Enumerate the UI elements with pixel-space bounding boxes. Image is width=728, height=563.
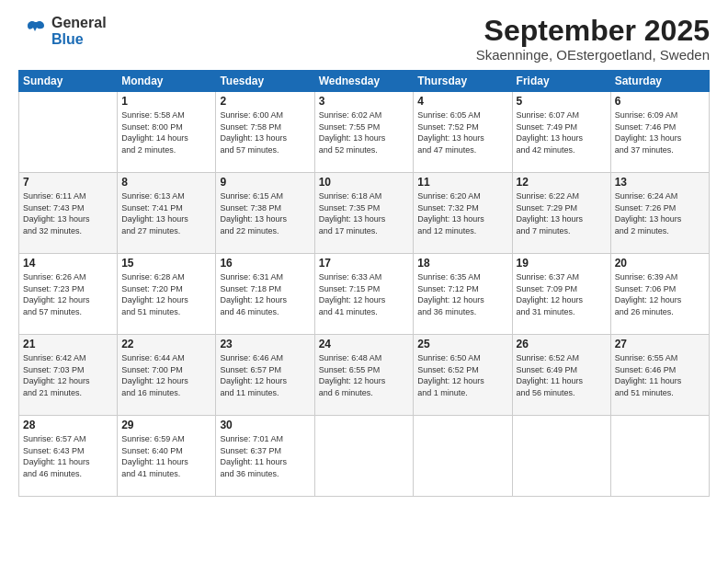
day-number: 9 <box>220 176 310 189</box>
day-info: Sunrise: 6:05 AM Sunset: 7:52 PM Dayligh… <box>417 109 507 155</box>
week-row-1: 1Sunrise: 5:58 AM Sunset: 8:00 PM Daylig… <box>19 92 710 173</box>
day-info: Sunrise: 6:46 AM Sunset: 6:57 PM Dayligh… <box>220 352 310 398</box>
header-monday: Monday <box>118 71 216 92</box>
calendar-cell: 8Sunrise: 6:13 AM Sunset: 7:41 PM Daylig… <box>118 173 216 254</box>
week-row-2: 7Sunrise: 6:11 AM Sunset: 7:43 PM Daylig… <box>19 173 710 254</box>
calendar: Sunday Monday Tuesday Wednesday Thursday… <box>18 70 710 497</box>
calendar-cell: 17Sunrise: 6:33 AM Sunset: 7:15 PM Dayli… <box>314 254 414 335</box>
calendar-cell: 29Sunrise: 6:59 AM Sunset: 6:40 PM Dayli… <box>118 416 216 497</box>
day-number: 25 <box>417 338 507 350</box>
day-number: 8 <box>121 176 211 189</box>
calendar-cell: 14Sunrise: 6:26 AM Sunset: 7:23 PM Dayli… <box>19 254 118 335</box>
calendar-cell: 1Sunrise: 5:58 AM Sunset: 8:00 PM Daylig… <box>118 92 216 173</box>
day-number: 3 <box>319 95 410 108</box>
day-info: Sunrise: 6:37 AM Sunset: 7:09 PM Dayligh… <box>517 271 607 317</box>
day-info: Sunrise: 6:00 AM Sunset: 7:58 PM Dayligh… <box>220 109 310 155</box>
day-info: Sunrise: 6:22 AM Sunset: 7:29 PM Dayligh… <box>517 190 607 236</box>
day-info: Sunrise: 6:18 AM Sunset: 7:35 PM Dayligh… <box>319 190 410 236</box>
week-row-5: 28Sunrise: 6:57 AM Sunset: 6:43 PM Dayli… <box>19 416 710 497</box>
day-info: Sunrise: 6:28 AM Sunset: 7:20 PM Dayligh… <box>121 271 211 317</box>
calendar-cell: 10Sunrise: 6:18 AM Sunset: 7:35 PM Dayli… <box>314 173 414 254</box>
calendar-cell: 11Sunrise: 6:20 AM Sunset: 7:32 PM Dayli… <box>414 173 512 254</box>
day-info: Sunrise: 6:11 AM Sunset: 7:43 PM Dayligh… <box>23 190 113 236</box>
month-title: September 2025 <box>476 15 710 47</box>
calendar-cell: 4Sunrise: 6:05 AM Sunset: 7:52 PM Daylig… <box>414 92 512 173</box>
day-info: Sunrise: 6:31 AM Sunset: 7:18 PM Dayligh… <box>220 271 310 317</box>
day-number: 10 <box>319 176 410 189</box>
calendar-cell: 16Sunrise: 6:31 AM Sunset: 7:18 PM Dayli… <box>216 254 314 335</box>
day-info: Sunrise: 6:33 AM Sunset: 7:15 PM Dayligh… <box>319 271 410 317</box>
logo-general-text: General <box>51 15 107 31</box>
day-number: 6 <box>615 95 705 108</box>
day-number: 23 <box>220 338 310 350</box>
day-number: 27 <box>615 338 705 350</box>
location-subtitle: Skaenninge, OEstergoetland, Sweden <box>476 47 710 63</box>
day-info: Sunrise: 6:59 AM Sunset: 6:40 PM Dayligh… <box>121 433 211 479</box>
day-info: Sunrise: 6:42 AM Sunset: 7:03 PM Dayligh… <box>23 352 113 398</box>
day-info: Sunrise: 6:35 AM Sunset: 7:12 PM Dayligh… <box>417 271 507 317</box>
header-friday: Friday <box>512 71 610 92</box>
calendar-cell <box>610 416 709 497</box>
day-number: 16 <box>220 257 310 270</box>
day-info: Sunrise: 6:02 AM Sunset: 7:55 PM Dayligh… <box>319 109 410 155</box>
calendar-cell <box>19 92 118 173</box>
calendar-cell: 26Sunrise: 6:52 AM Sunset: 6:49 PM Dayli… <box>512 335 610 416</box>
day-info: Sunrise: 6:48 AM Sunset: 6:55 PM Dayligh… <box>319 352 410 398</box>
day-number: 15 <box>121 257 211 270</box>
week-row-4: 21Sunrise: 6:42 AM Sunset: 7:03 PM Dayli… <box>19 335 710 416</box>
header-thursday: Thursday <box>414 71 512 92</box>
calendar-cell: 23Sunrise: 6:46 AM Sunset: 6:57 PM Dayli… <box>216 335 314 416</box>
day-number: 22 <box>121 338 211 350</box>
logo-text: General Blue <box>51 15 107 47</box>
calendar-cell <box>414 416 512 497</box>
day-number: 13 <box>615 176 705 189</box>
calendar-cell: 5Sunrise: 6:07 AM Sunset: 7:49 PM Daylig… <box>512 92 610 173</box>
day-number: 12 <box>517 176 607 189</box>
calendar-cell: 27Sunrise: 6:55 AM Sunset: 6:46 PM Dayli… <box>610 335 709 416</box>
day-number: 20 <box>615 257 705 270</box>
day-info: Sunrise: 6:50 AM Sunset: 6:52 PM Dayligh… <box>417 352 507 398</box>
day-number: 24 <box>319 338 410 350</box>
day-info: Sunrise: 7:01 AM Sunset: 6:37 PM Dayligh… <box>220 433 310 479</box>
calendar-cell: 2Sunrise: 6:00 AM Sunset: 7:58 PM Daylig… <box>216 92 314 173</box>
day-number: 7 <box>23 176 113 189</box>
day-number: 2 <box>220 95 310 108</box>
day-info: Sunrise: 6:09 AM Sunset: 7:46 PM Dayligh… <box>615 109 705 155</box>
day-info: Sunrise: 6:13 AM Sunset: 7:41 PM Dayligh… <box>121 190 211 236</box>
day-number: 19 <box>517 257 607 270</box>
day-info: Sunrise: 6:07 AM Sunset: 7:49 PM Dayligh… <box>517 109 607 155</box>
calendar-cell: 30Sunrise: 7:01 AM Sunset: 6:37 PM Dayli… <box>216 416 314 497</box>
day-info: Sunrise: 6:44 AM Sunset: 7:00 PM Dayligh… <box>121 352 211 398</box>
calendar-cell: 6Sunrise: 6:09 AM Sunset: 7:46 PM Daylig… <box>610 92 709 173</box>
day-info: Sunrise: 6:52 AM Sunset: 6:49 PM Dayligh… <box>517 352 607 398</box>
day-info: Sunrise: 6:15 AM Sunset: 7:38 PM Dayligh… <box>220 190 310 236</box>
calendar-cell <box>512 416 610 497</box>
day-number: 17 <box>319 257 410 270</box>
day-number: 5 <box>517 95 607 108</box>
day-info: Sunrise: 6:26 AM Sunset: 7:23 PM Dayligh… <box>23 271 113 317</box>
calendar-cell: 20Sunrise: 6:39 AM Sunset: 7:06 PM Dayli… <box>610 254 709 335</box>
header-sunday: Sunday <box>19 71 118 92</box>
calendar-cell: 3Sunrise: 6:02 AM Sunset: 7:55 PM Daylig… <box>314 92 414 173</box>
day-number: 28 <box>23 419 113 431</box>
calendar-cell <box>314 416 414 497</box>
day-number: 1 <box>121 95 211 108</box>
day-number: 11 <box>417 176 507 189</box>
day-info: Sunrise: 6:20 AM Sunset: 7:32 PM Dayligh… <box>417 190 507 236</box>
day-number: 30 <box>220 419 310 431</box>
week-row-3: 14Sunrise: 6:26 AM Sunset: 7:23 PM Dayli… <box>19 254 710 335</box>
day-info: Sunrise: 6:57 AM Sunset: 6:43 PM Dayligh… <box>23 433 113 479</box>
day-info: Sunrise: 6:39 AM Sunset: 7:06 PM Dayligh… <box>615 271 705 317</box>
day-info: Sunrise: 5:58 AM Sunset: 8:00 PM Dayligh… <box>121 109 211 155</box>
calendar-cell: 21Sunrise: 6:42 AM Sunset: 7:03 PM Dayli… <box>19 335 118 416</box>
header-tuesday: Tuesday <box>216 71 314 92</box>
calendar-cell: 7Sunrise: 6:11 AM Sunset: 7:43 PM Daylig… <box>19 173 118 254</box>
logo-bird-icon <box>18 17 48 46</box>
calendar-cell: 22Sunrise: 6:44 AM Sunset: 7:00 PM Dayli… <box>118 335 216 416</box>
calendar-cell: 18Sunrise: 6:35 AM Sunset: 7:12 PM Dayli… <box>414 254 512 335</box>
calendar-cell: 12Sunrise: 6:22 AM Sunset: 7:29 PM Dayli… <box>512 173 610 254</box>
day-number: 14 <box>23 257 113 270</box>
day-number: 26 <box>517 338 607 350</box>
day-info: Sunrise: 6:55 AM Sunset: 6:46 PM Dayligh… <box>615 352 705 398</box>
calendar-cell: 28Sunrise: 6:57 AM Sunset: 6:43 PM Dayli… <box>19 416 118 497</box>
